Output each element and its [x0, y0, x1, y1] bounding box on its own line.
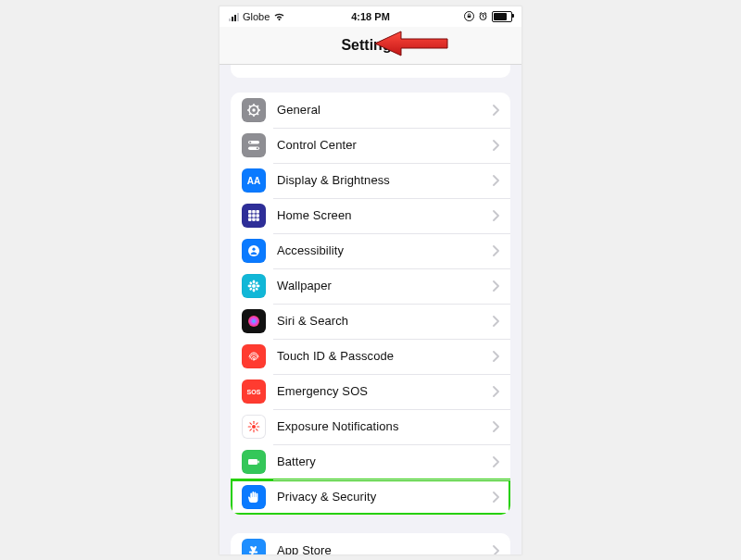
app-store-icon	[242, 539, 266, 555]
settings-row-touch-id[interactable]: Touch ID & Passcode	[231, 339, 510, 374]
svg-rect-21	[252, 214, 256, 218]
row-label: Display & Brightness	[277, 173, 492, 187]
svg-line-9	[257, 113, 258, 114]
svg-rect-25	[256, 218, 259, 221]
settings-row-battery[interactable]: Battery	[231, 444, 510, 479]
wallpaper-icon	[242, 274, 266, 298]
display-brightness-icon: AA	[242, 168, 266, 193]
row-label: Privacy & Security	[277, 490, 492, 504]
row-label: Siri & Search	[277, 314, 492, 328]
chevron-right-icon	[492, 245, 499, 256]
row-label: Control Center	[277, 138, 492, 152]
svg-point-35	[249, 287, 253, 291]
svg-rect-41	[248, 459, 257, 465]
row-label: General	[277, 103, 492, 117]
chevron-right-icon	[492, 421, 499, 432]
svg-point-13	[249, 141, 251, 143]
settings-row-home-screen[interactable]: Home Screen	[231, 198, 510, 233]
settings-page[interactable]: GeneralControl CenterAADisplay & Brightn…	[220, 65, 521, 555]
svg-rect-24	[252, 218, 256, 221]
svg-rect-18	[252, 210, 256, 214]
group-stub	[231, 65, 510, 78]
touch-id-icon	[242, 344, 266, 368]
svg-rect-23	[248, 218, 252, 221]
emergency-sos-icon: SOS	[242, 380, 266, 404]
svg-rect-17	[248, 210, 252, 214]
wifi-icon	[273, 12, 285, 21]
svg-point-36	[255, 280, 258, 284]
svg-point-29	[253, 280, 256, 283]
settings-row-general[interactable]: General	[231, 93, 510, 128]
clock-label: 4:18 PM	[351, 11, 390, 22]
exposure-notifications-icon	[242, 415, 266, 439]
svg-line-10	[249, 113, 250, 114]
siri-search-icon	[242, 309, 266, 333]
chevron-right-icon	[492, 175, 499, 186]
svg-point-26	[248, 245, 259, 256]
settings-row-siri-search[interactable]: Siri & Search	[231, 304, 510, 339]
svg-line-11	[257, 106, 258, 106]
status-bar: Globe 4:18 PM	[220, 6, 521, 27]
row-label: Exposure Notifications	[277, 419, 492, 433]
svg-line-8	[249, 106, 250, 106]
accessibility-icon	[242, 239, 266, 263]
control-center-icon	[242, 133, 266, 157]
row-label: Wallpaper	[277, 279, 492, 292]
alarm-icon	[478, 11, 488, 21]
row-label: Home Screen	[277, 208, 492, 222]
svg-point-28	[252, 284, 256, 288]
iphone-frame: Globe 4:18 PM Settings GeneralControl Ce…	[219, 6, 522, 555]
battery-icon	[492, 11, 512, 22]
svg-point-33	[249, 280, 253, 284]
battery-icon	[242, 450, 266, 474]
svg-point-34	[255, 287, 258, 291]
navigation-bar: Settings	[220, 27, 521, 65]
carrier-label: Globe	[243, 11, 270, 22]
status-right	[390, 11, 512, 22]
chevron-right-icon	[492, 456, 499, 467]
row-label: Battery	[277, 454, 492, 468]
svg-text:AA: AA	[247, 176, 260, 186]
settings-row-emergency-sos[interactable]: SOSEmergency SOS	[231, 374, 510, 409]
svg-point-40	[252, 425, 256, 429]
settings-group-store: App StoreWallet	[231, 533, 510, 555]
svg-point-27	[252, 247, 255, 250]
svg-point-32	[257, 284, 260, 287]
chevron-right-icon	[492, 316, 499, 327]
settings-row-privacy-security[interactable]: Privacy & Security	[231, 479, 510, 515]
svg-point-3	[252, 108, 255, 111]
svg-point-30	[253, 288, 256, 292]
row-label: Accessibility	[277, 243, 492, 257]
row-label: Touch ID & Passcode	[277, 349, 492, 363]
chevron-right-icon	[492, 105, 499, 116]
status-left: Globe	[229, 11, 351, 22]
svg-point-15	[257, 147, 258, 149]
chevron-right-icon	[492, 140, 499, 151]
row-label: Emergency SOS	[277, 384, 492, 398]
svg-point-38	[253, 358, 255, 360]
settings-row-wallpaper[interactable]: Wallpaper	[231, 268, 510, 304]
chevron-right-icon	[492, 545, 499, 555]
svg-rect-19	[256, 210, 259, 214]
orientation-lock-icon	[464, 11, 474, 21]
settings-row-display-brightness[interactable]: AADisplay & Brightness	[231, 163, 510, 198]
settings-row-accessibility[interactable]: Accessibility	[231, 233, 510, 268]
settings-row-control-center[interactable]: Control Center	[231, 128, 510, 163]
svg-text:SOS: SOS	[247, 389, 261, 395]
settings-row-app-store[interactable]: App Store	[231, 533, 510, 555]
signal-icon	[229, 12, 239, 21]
svg-rect-22	[256, 214, 259, 218]
settings-row-exposure-notifications[interactable]: Exposure Notifications	[231, 409, 510, 444]
settings-group-main: GeneralControl CenterAADisplay & Brightn…	[231, 93, 510, 515]
chevron-right-icon	[492, 492, 499, 503]
chevron-right-icon	[492, 210, 499, 221]
chevron-right-icon	[492, 351, 499, 362]
svg-point-31	[248, 284, 252, 287]
chevron-right-icon	[492, 280, 499, 292]
home-screen-icon	[242, 204, 266, 228]
page-title: Settings	[341, 37, 399, 54]
chevron-right-icon	[492, 386, 499, 397]
row-label: App Store	[277, 543, 492, 555]
general-icon	[242, 98, 266, 122]
svg-point-37	[248, 316, 259, 327]
